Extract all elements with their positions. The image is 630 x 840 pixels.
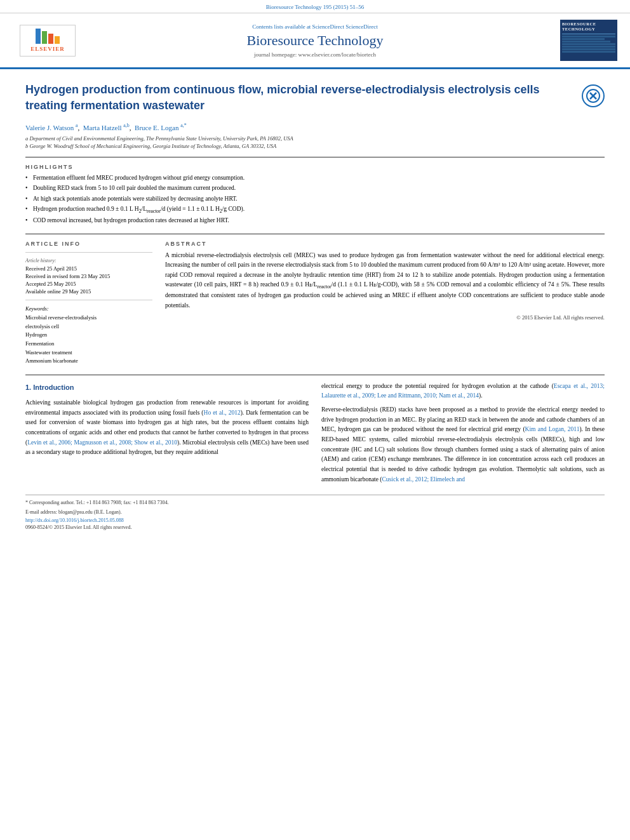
stripe-2 (42, 31, 47, 44)
elsevier-stripes (36, 29, 60, 44)
main-content: Hydrogen production from continuous flow… (0, 69, 630, 543)
authors: Valerie J. Watson a, Marta Hatzell a,b, … (25, 123, 605, 131)
received-date: Received 25 April 2015 (25, 265, 152, 272)
divider-1 (25, 157, 605, 157)
keywords-section: Keywords: Microbial reverse-electrodialy… (25, 305, 152, 366)
footer-section: * Corresponding author. Tel.: +1 814 863… (25, 495, 605, 530)
highlight-item: At high stack potentials anode potential… (25, 195, 605, 203)
intro-para-2: Reverse-electrodialysis (RED) stacks hav… (321, 405, 605, 484)
elsevier-logo-box: ELSEVIER (20, 25, 76, 57)
stripe-4 (55, 36, 60, 44)
issn-text: 0960-8524/© 2015 Elsevier Ltd. All right… (25, 524, 605, 530)
divider-2 (25, 234, 605, 234)
article-info-label: ARTICLE INFO (25, 241, 152, 247)
highlights-section: HIGHLIGHTS Fermentation effluent fed MRE… (25, 164, 605, 225)
journal-citation: Bioresource Technology 195 (2015) 51–56 (0, 0, 630, 13)
highlights-list: Fermentation effluent fed MREC produced … (25, 174, 605, 225)
body-columns: 1. Introduction Achieving sustainable bi… (25, 382, 605, 489)
info-abstract-row: ARTICLE INFO Article history: Received 2… (25, 241, 605, 366)
journal-header: ELSEVIER Contents lists available at Sci… (0, 13, 630, 69)
journal-center-info: Contents lists available at ScienceDirec… (83, 23, 547, 58)
affiliation-b: b George W. Woodruff School of Mechanica… (25, 143, 605, 149)
copyright: © 2015 Elsevier Ltd. All rights reserved… (165, 314, 605, 321)
highlights-label: HIGHLIGHTS (25, 164, 605, 170)
stripe-1 (36, 29, 41, 44)
elsevier-wordmark: ELSEVIER (30, 46, 65, 52)
revised-date: Received in revised form 23 May 2015 (25, 273, 152, 279)
keywords-list: Microbial reverse-electrodialysis electr… (25, 314, 152, 366)
stripe-3 (48, 34, 53, 44)
sciencedirect-link[interactable]: Contents lists available at ScienceDirec… (83, 23, 547, 30)
crossmark-icon[interactable] (582, 84, 605, 107)
history-label: Article history: (25, 258, 152, 263)
available-date: Available online 29 May 2015 (25, 288, 152, 295)
biores-logo-title: BIORESOURCETECHNOLOGY (562, 22, 615, 34)
title-row: Hydrogen production from continuous flow… (25, 82, 605, 123)
biores-logo-box: BIORESOURCETECHNOLOGY (560, 20, 617, 61)
biores-logo-content (562, 36, 615, 53)
keywords-label: Keywords: (25, 305, 152, 312)
journal-homepage: journal homepage: www.elsevier.com/locat… (83, 51, 547, 58)
affiliation-a: a Department of Civil and Environmental … (25, 135, 605, 142)
intro-para-1: Achieving sustainable biological hydroge… (25, 398, 309, 458)
elsevier-logo: ELSEVIER (13, 25, 83, 57)
accepted-date: Accepted 25 May 2015 (25, 281, 152, 287)
intro-para-1-cont: electrical energy to produce the potenti… (321, 382, 605, 401)
article-title: Hydrogen production from continuous flow… (25, 82, 575, 114)
article-info: ARTICLE INFO Article history: Received 2… (25, 241, 152, 366)
highlight-item: Doubling RED stack from 5 to 10 cell pai… (25, 184, 605, 192)
intro-heading: 1. Introduction (25, 382, 309, 393)
highlight-item: Hydrogen production reached 0.9 ± 0.1 L … (25, 205, 605, 215)
divider-3 (25, 375, 605, 375)
body-col-left: 1. Introduction Achieving sustainable bi… (25, 382, 309, 489)
article-history: Article history: Received 25 April 2015 … (25, 258, 152, 295)
doi-link[interactable]: http://dx.doi.org/10.1016/j.biortech.201… (25, 517, 605, 523)
footnote-email: E-mail address: blogan@psu.edu (B.E. Log… (25, 509, 605, 516)
bioresource-logo: BIORESOURCETECHNOLOGY (547, 20, 617, 61)
affiliations: a Department of Civil and Environmental … (25, 135, 605, 149)
abstract-text: A microbial reverse-electrodialysis elec… (165, 251, 605, 310)
abstract-label: ABSTRACT (165, 241, 605, 247)
body-col-right: electrical energy to produce the potenti… (321, 382, 605, 489)
highlight-item: COD removal increased, but hydrogen prod… (25, 217, 605, 225)
abstract-section: ABSTRACT A microbial reverse-electrodial… (165, 241, 605, 366)
highlight-item: Fermentation effluent fed MREC produced … (25, 174, 605, 182)
footnote-corresponding: * Corresponding author. Tel.: +1 814 863… (25, 499, 605, 506)
journal-title: Bioresource Technology (83, 32, 547, 49)
